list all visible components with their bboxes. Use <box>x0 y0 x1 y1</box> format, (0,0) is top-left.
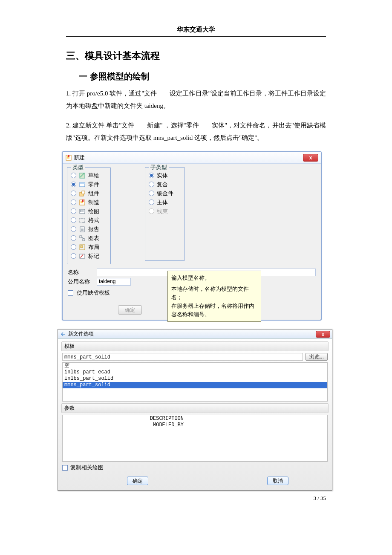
svg-rect-11 <box>82 199 84 202</box>
template-value-display[interactable]: mmns_part_solid <box>62 353 303 361</box>
subtype-option-composite[interactable]: 复合 <box>149 180 173 189</box>
radio-icon <box>149 173 154 178</box>
type-label: 报告 <box>88 225 99 233</box>
param-label: DESCRIPTION <box>63 416 186 422</box>
type-fieldset: 类型 草绘 零件 组件 <box>67 167 111 264</box>
name-tooltip: 输入模型名称。 本地存储时，名称为模型的文件名； 在服务器上存储时，名称将用作内… <box>167 271 261 322</box>
subtype-option-body[interactable]: 主体 <box>149 198 173 207</box>
type-label: 图表 <box>88 234 99 242</box>
type-option-format[interactable]: 格式 <box>71 216 99 225</box>
params-section-header: 参数 <box>61 403 329 413</box>
list-item[interactable]: 空 <box>63 363 327 369</box>
close-button[interactable]: x <box>303 154 318 162</box>
param-row: MODELED_BY <box>63 422 327 428</box>
radio-icon <box>71 191 76 196</box>
param-label: MODELED_BY <box>63 422 186 428</box>
svg-rect-2 <box>68 155 69 157</box>
svg-rect-3 <box>80 173 85 178</box>
common-name-input[interactable]: taideng <box>97 278 131 286</box>
diagram-icon <box>79 235 86 242</box>
dialog-titlebar: 新文件选项 x <box>58 330 332 339</box>
radio-icon <box>71 235 76 241</box>
radio-icon <box>149 182 154 187</box>
type-label: 草绘 <box>88 172 99 179</box>
tooltip-line: 输入模型名称。 <box>171 274 257 282</box>
heading-main: 三、模具设计基本流程 <box>66 49 326 62</box>
radio-icon <box>71 199 76 205</box>
app-icon <box>65 154 72 161</box>
subtype-label: 线束 <box>157 208 168 215</box>
dialog-title: 新建 <box>74 154 85 162</box>
heading-sub: 一 参照模型的绘制 <box>79 71 326 82</box>
type-option-mfg[interactable]: 制造 <box>71 198 99 207</box>
checkbox-icon <box>68 290 73 296</box>
copy-related-label: 复制相关绘图 <box>70 464 104 471</box>
svg-line-21 <box>82 237 84 239</box>
paragraph-2: 2. 建立新文件 单击"文件——新建" ，选择"零件——实体"，对文件命名，并出… <box>66 119 326 144</box>
type-option-report[interactable]: 报告 <box>71 225 99 234</box>
dialog-title: 新文件选项 <box>68 330 94 338</box>
list-item[interactable]: mmns_part_solid <box>63 382 327 388</box>
tooltip-line: 在服务器上存储时，名称将用作内容名称和编号。 <box>171 302 257 319</box>
param-row: DESCRIPTION <box>63 415 327 422</box>
report-icon <box>79 226 86 233</box>
list-item[interactable]: inlbs_part_solid <box>63 376 327 382</box>
subtype-legend: 子类型 <box>149 164 169 171</box>
drawing-icon <box>79 208 86 215</box>
type-option-sketch[interactable]: 草绘 <box>71 171 99 180</box>
page-number: 3 / 35 <box>66 495 326 502</box>
svg-rect-6 <box>80 182 85 184</box>
copy-related-row[interactable]: 复制相关绘图 <box>62 464 328 471</box>
new-file-dialog: 新建 x 类型 草绘 零件 <box>62 151 322 321</box>
type-label: 绘图 <box>88 208 99 215</box>
new-file-options-dialog: 新文件选项 x 模板 mmns_part_solid 浏览... 空 inlbs… <box>58 329 332 491</box>
svg-rect-14 <box>80 218 85 223</box>
radio-icon <box>71 253 76 259</box>
template-section-header: 模板 <box>61 341 329 351</box>
subtype-label: 实体 <box>157 172 168 179</box>
svg-rect-8 <box>82 191 85 194</box>
part-icon <box>79 181 86 188</box>
page-header: 华东交通大学 <box>66 26 326 37</box>
type-label: 组件 <box>88 190 99 197</box>
ok-button[interactable]: 确定 <box>127 477 148 485</box>
radio-icon <box>71 173 76 178</box>
type-label: 布局 <box>88 243 99 251</box>
type-option-layout[interactable]: 布局 <box>71 243 99 251</box>
type-option-diagram[interactable]: 图表 <box>71 234 99 243</box>
checkbox-icon <box>62 465 68 471</box>
type-legend: 类型 <box>71 164 85 171</box>
type-option-part[interactable]: 零件 <box>71 180 99 189</box>
common-name-label: 公用名称 <box>68 278 93 286</box>
browse-button[interactable]: 浏览... <box>306 353 328 361</box>
template-list[interactable]: 空 inlbs_part_ecad inlbs_part_solid mmns_… <box>62 362 328 402</box>
format-icon <box>79 217 86 224</box>
subtype-label: 复合 <box>157 181 168 188</box>
paragraph-1: 1. 打开 pro/e5.0 软件，通过"文件——设定工作目录"设定当前工作目录… <box>66 87 326 112</box>
mfg-icon <box>79 199 86 206</box>
cancel-button[interactable]: 取消 <box>267 477 288 485</box>
radio-icon <box>71 244 76 250</box>
svg-rect-20 <box>83 239 85 241</box>
tooltip-line: 本地存储时，名称为模型的文件名； <box>171 285 257 302</box>
radio-icon <box>71 226 76 232</box>
return-icon <box>60 331 66 338</box>
subtype-label: 钣金件 <box>157 190 173 197</box>
subtype-fieldset: 子类型 实体 复合 钣金件 主体 <box>145 167 185 261</box>
close-button[interactable]: x <box>316 331 330 338</box>
radio-icon <box>71 217 76 223</box>
type-option-markup[interactable]: 标记 <box>71 251 99 260</box>
type-option-assembly[interactable]: 组件 <box>71 189 99 198</box>
radio-icon <box>71 208 76 214</box>
list-item[interactable]: inlbs_part_ecad <box>63 369 327 376</box>
params-table: DESCRIPTION MODELED_BY <box>62 415 328 462</box>
subtype-option-solid[interactable]: 实体 <box>149 171 173 180</box>
type-label: 格式 <box>88 217 99 224</box>
ok-button[interactable]: 确定 <box>118 305 142 315</box>
svg-rect-19 <box>80 236 82 238</box>
svg-rect-23 <box>81 246 83 248</box>
name-label: 名称 <box>68 269 93 276</box>
type-option-drawing[interactable]: 绘图 <box>71 207 99 216</box>
subtype-label: 主体 <box>157 199 168 206</box>
subtype-option-sheetmetal[interactable]: 钣金件 <box>149 189 173 198</box>
